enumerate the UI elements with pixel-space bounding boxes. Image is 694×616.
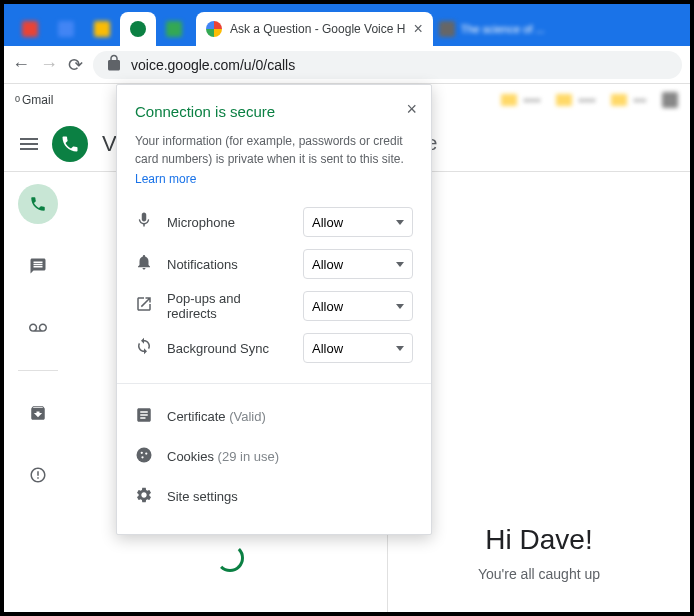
loading-spinner	[216, 544, 244, 572]
reload-button[interactable]: ⟳	[68, 54, 83, 76]
tab-inactive[interactable]	[156, 12, 192, 46]
learn-more-link[interactable]: Learn more	[135, 172, 196, 186]
popup-title: Connection is secure	[135, 103, 413, 120]
svg-point-0	[137, 447, 152, 462]
bookmark-folder[interactable]: ▪▪▪▪	[501, 93, 540, 107]
site-info-popup: × Connection is secure Your information …	[116, 84, 432, 535]
cookies-row[interactable]: Cookies (29 in use)	[135, 436, 413, 476]
microphone-icon	[135, 211, 153, 233]
close-icon[interactable]: ×	[413, 20, 422, 38]
tab-inactive[interactable]	[48, 12, 84, 46]
popups-select[interactable]: Allow	[303, 291, 413, 321]
tab-inactive[interactable]	[12, 12, 48, 46]
sidebar-spam[interactable]	[18, 455, 58, 495]
back-button[interactable]: ←	[12, 54, 30, 75]
lock-icon[interactable]	[105, 54, 123, 75]
greeting-text: Hi Dave!	[485, 524, 592, 556]
sidebar-archive[interactable]	[18, 393, 58, 433]
detail-panel: Hi Dave! You're all caught up	[388, 172, 690, 612]
tab-active[interactable]	[120, 12, 156, 46]
forward-button: →	[40, 54, 58, 75]
sync-icon	[135, 337, 153, 359]
gear-icon	[135, 486, 153, 507]
bookmark-gmail[interactable]: 0 Gmail	[16, 93, 53, 107]
tab-strip: Ask a Question - Google Voice H × The sc…	[4, 4, 690, 46]
svg-point-3	[141, 456, 143, 458]
bookmark-folder[interactable]: ▪▪▪	[611, 93, 646, 107]
permission-sync: Background Sync Allow	[135, 327, 413, 369]
tab-title: Ask a Question - Google Voice H	[230, 22, 405, 36]
greeting-sub: You're all caught up	[478, 566, 600, 582]
popup-icon	[135, 295, 153, 317]
svg-point-2	[145, 452, 147, 454]
browser-toolbar: ← → ⟳ voice.google.com/u/0/calls	[4, 46, 690, 84]
tab-inactive[interactable]: The science of ...	[433, 12, 551, 46]
permission-microphone: Microphone Allow	[135, 201, 413, 243]
menu-button[interactable]	[20, 138, 38, 150]
tab-inactive[interactable]	[84, 12, 120, 46]
bookmark-item[interactable]	[662, 92, 678, 108]
google-icon	[206, 21, 222, 37]
sidebar	[4, 172, 72, 612]
certificate-icon	[135, 406, 153, 427]
permission-popups: Pop-ups and redirects Allow	[135, 285, 413, 327]
certificate-row[interactable]: Certificate (Valid)	[135, 396, 413, 436]
bookmark-folder[interactable]: ▪▪▪▪	[556, 93, 595, 107]
url-text: voice.google.com/u/0/calls	[131, 57, 295, 73]
site-settings-row[interactable]: Site settings	[135, 476, 413, 516]
tab-google-voice-help[interactable]: Ask a Question - Google Voice H ×	[196, 12, 433, 46]
notifications-select[interactable]: Allow	[303, 249, 413, 279]
sidebar-calls[interactable]	[18, 184, 58, 224]
svg-point-1	[141, 451, 143, 453]
address-bar[interactable]: voice.google.com/u/0/calls	[93, 51, 682, 79]
popup-description: Your information (for example, passwords…	[135, 132, 413, 168]
close-icon[interactable]: ×	[406, 99, 417, 120]
sync-select[interactable]: Allow	[303, 333, 413, 363]
sidebar-voicemail[interactable]	[18, 308, 58, 348]
bell-icon	[135, 253, 153, 275]
cookie-icon	[135, 446, 153, 467]
microphone-select[interactable]: Allow	[303, 207, 413, 237]
google-voice-logo	[52, 126, 88, 162]
sidebar-messages[interactable]	[18, 246, 58, 286]
permission-notifications: Notifications Allow	[135, 243, 413, 285]
